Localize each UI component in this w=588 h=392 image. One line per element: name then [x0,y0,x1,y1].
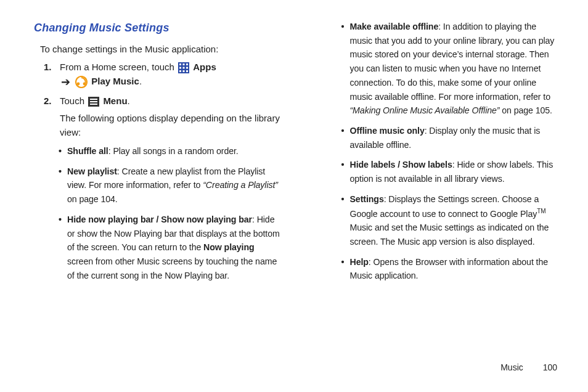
list-item: Settings: Displays the Settings screen. … [341,192,561,249]
svg-rect-8 [183,70,185,72]
page-number: 100 [543,362,557,372]
left-column: Changing Music Settings To change settin… [34,20,280,289]
play-music-label: Play Music [91,76,139,86]
step-after-text: The following options display depending … [60,111,280,140]
bullet-text: on page 104. [67,194,118,204]
step-body: From a Home screen, touch Apps ➔ Play Mu… [60,60,280,91]
cross-ref: “Creating a Playlist” [203,180,278,190]
bullet-lead: Hide now playing bar / Show now playing … [67,214,252,224]
list-item: Hide labels / Show labels: Hide or show … [341,158,561,186]
bullet-text: on page 105. [499,105,552,115]
play-music-icon [75,76,88,88]
page-footer: Music 100 [500,361,557,375]
step-2: 2. Touch Menu. The following options dis… [44,94,280,139]
step-number: 1. [44,60,60,91]
bullet-lead: New playlist [67,166,117,176]
svg-rect-3 [186,63,188,65]
step-text: Touch [60,96,87,106]
list-item: Help: Opens the Browser with information… [341,255,561,283]
arrow-icon: ➔ [61,74,70,91]
bullet-text: Music and set the Music settings as indi… [350,223,549,247]
step-dot: . [139,76,142,86]
steps-list: 1. From a Home screen, touch Apps ➔ Play… [44,60,280,139]
bullet-lead: Hide labels / Show labels [350,160,452,169]
bullet-text: screen from other Music screens by touch… [67,256,277,280]
bullet-lead: Make available offline [350,22,439,31]
svg-rect-6 [186,67,188,69]
svg-rect-15 [90,101,97,102]
svg-rect-7 [179,70,181,72]
list-item: New playlist: Create a new playlist from… [59,165,280,206]
svg-rect-14 [90,99,97,100]
right-bullets: Make available offline: In addition to p… [341,20,561,283]
step-body: Touch Menu. The following options displa… [60,94,280,139]
bullet-lead: Shuffle all [67,146,108,156]
menu-icon [88,97,99,107]
bullet-text: : Opens the Browser with information abo… [350,257,549,281]
bullet-lead: Settings [350,194,384,204]
apps-label: Apps [193,62,216,72]
svg-rect-2 [183,63,185,65]
step-1: 1. From a Home screen, touch Apps ➔ Play… [44,60,280,91]
bullet-lead: Offline music only [350,126,425,136]
cross-ref: “Making Online Music Available Offline” [350,105,500,115]
step-number: 2. [44,94,60,139]
apps-icon [178,62,189,73]
svg-rect-1 [179,63,181,65]
svg-rect-9 [186,70,188,72]
section-heading: Changing Music Settings [34,20,280,37]
intro-text: To change settings in the Music applicat… [40,42,280,56]
svg-rect-4 [179,67,181,69]
list-item: Offline music only: Display only the mus… [341,124,561,152]
svg-rect-5 [183,67,185,69]
bullet-text: : Play all songs in a random order. [108,146,239,156]
bullet-text: : In addition to playing the music that … [350,22,555,102]
menu-label: Menu [103,96,127,106]
page-columns: Changing Music Settings To change settin… [34,20,560,289]
left-bullets: Shuffle all: Play all songs in a random … [59,144,280,282]
right-column: Make available offline: In addition to p… [314,20,561,289]
bullet-lead: Help [350,257,369,267]
chapter-name: Music [500,362,523,372]
svg-point-12 [83,83,86,86]
trademark: TM [537,208,545,214]
bullet-bold: Now playing [203,242,254,252]
list-item: Hide now playing bar / Show now playing … [59,213,280,283]
step-text: From a Home screen, touch [60,62,177,72]
list-item: Make available offline: In addition to p… [341,20,561,118]
list-item: Shuffle all: Play all songs in a random … [59,144,280,158]
svg-point-11 [77,83,80,86]
step-dot: . [128,96,130,106]
svg-rect-16 [90,104,97,105]
